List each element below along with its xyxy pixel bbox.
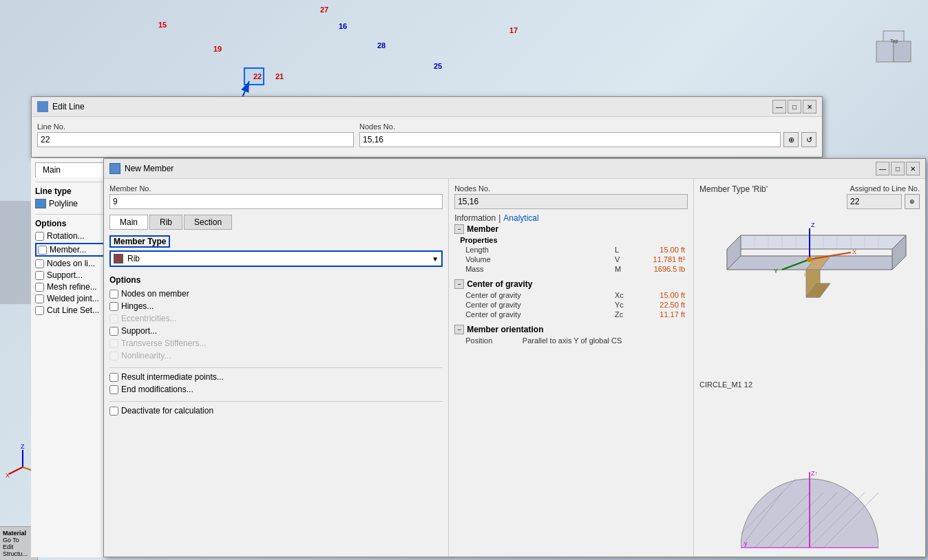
cog-section: − Center of gravity Center of gravity Xc… (454, 279, 688, 319)
material-label: Material (3, 530, 34, 537)
volume-row: Volume V 11.781 ft³ (454, 255, 688, 264)
nm-tab-section[interactable]: Section (184, 215, 232, 230)
cog-collapse-btn[interactable]: − (454, 279, 464, 289)
nodes-no-label: Nodes No. (359, 122, 816, 131)
info-header: Information | Analytical (454, 213, 688, 223)
edit-line-icon (37, 101, 48, 112)
nm-close[interactable]: ✕ (906, 162, 920, 175)
edit-line-body: Line No. Nodes No. ⊕ ↺ (32, 117, 822, 157)
member-no-input[interactable] (109, 194, 443, 209)
assigned-line-input[interactable] (847, 194, 902, 209)
cog-zc-letter: Zc (612, 310, 633, 319)
nm-eccentricities-checkbox (109, 314, 118, 323)
volume-name: Volume (454, 255, 612, 264)
rib-3d-svg: Z X Y i (699, 215, 920, 338)
nm-support-checkbox[interactable] (109, 327, 118, 336)
nm-nodes-checkbox[interactable] (109, 290, 118, 299)
orientation-header: − Member orientation (454, 325, 688, 334)
nm-support: Support... (109, 326, 443, 336)
nm-tab-rib[interactable]: Rib (149, 215, 182, 230)
nm-title-left: New Member (109, 163, 173, 174)
rotation-checkbox[interactable] (35, 232, 44, 241)
nm-options-header: Options (109, 275, 443, 285)
length-letter: L (612, 245, 633, 255)
nodes-no-input[interactable] (359, 132, 781, 147)
cog-zc-name: Center of gravity (454, 310, 612, 319)
nm-minimize[interactable]: — (876, 162, 889, 175)
support-checkbox[interactable] (35, 271, 44, 280)
line-no-label: Line No. (37, 122, 354, 131)
edit-line-maximize[interactable]: □ (788, 100, 801, 114)
nodes-select-btn[interactable]: ⊕ (783, 132, 799, 147)
go-to-label: Go To (3, 537, 34, 543)
cog-yc-value: 22.50 ft (633, 300, 688, 310)
struct-label: Structu... (3, 550, 34, 557)
nm-maximize[interactable]: □ (891, 162, 905, 175)
assigned-line-btn[interactable]: ⊕ (905, 194, 920, 209)
nm-left-col: Member No. Main Rib Section Member Type … (104, 179, 449, 557)
svg-text:Top: Top (890, 39, 898, 44)
nm-options-section: Options Nodes on member Hinges... Eccent… (109, 275, 443, 363)
nm-deactivate-label: Deactivate for calculation (121, 406, 213, 416)
member-no-label: Member No. (109, 184, 443, 193)
line-no-input[interactable] (37, 132, 354, 147)
nm-deactivate-checkbox[interactable] (109, 407, 118, 416)
mesh-refine-label: Mesh refine... (47, 282, 97, 292)
member-type-label: Member Type (109, 235, 170, 248)
member-type-rib-label: Member Type 'Rib' (699, 184, 768, 194)
node-19: 19 (213, 45, 222, 53)
nodes-no-row: ⊕ ↺ (359, 132, 816, 147)
member-checkbox[interactable] (38, 246, 47, 255)
member-section-title: Member (467, 224, 498, 234)
polyline-label: Polyline (49, 199, 78, 208)
orientation-section: − Member orientation Position Parallel t… (454, 325, 688, 345)
welded-joint-checkbox[interactable] (35, 294, 44, 303)
nm-controls[interactable]: — □ ✕ (876, 162, 920, 175)
svg-text:i: i (804, 271, 805, 278)
analytical-link[interactable]: Analytical (503, 213, 538, 223)
nm-nonlinearity-label: Nonlinearity... (121, 351, 171, 360)
position-value: Parallel to axis Y of global CS (520, 336, 688, 345)
nodes-reset-btn[interactable]: ↺ (801, 132, 816, 147)
support-label: Support... (47, 270, 83, 280)
orientation-collapse-btn[interactable]: − (454, 325, 464, 334)
nm-icon (109, 163, 120, 174)
nm-separator-2 (109, 401, 443, 402)
nm-result-label: Result intermediate points... (121, 372, 224, 382)
nm-hinges-label: Hinges... (121, 301, 154, 311)
nm-transverse-label: Transverse Stiffeners... (121, 338, 206, 348)
nm-titlebar: New Member — □ ✕ (104, 159, 925, 179)
nodes-no-group: Nodes No. ⊕ ↺ (359, 122, 816, 147)
cog-xc-row: Center of gravity Xc 15.00 ft (454, 290, 688, 300)
svg-point-49 (807, 257, 812, 262)
nodes-no-field-label: Nodes No. (454, 184, 688, 193)
member-collapse-btn[interactable]: − (454, 224, 464, 234)
edit-line-close[interactable]: ✕ (803, 100, 816, 114)
cog-table: Center of gravity Xc 15.00 ft Center of … (454, 290, 688, 319)
svg-text:Z↑: Z↑ (811, 470, 818, 477)
node-17: 17 (509, 26, 518, 34)
member-properties-table: Properties Length L 15.00 ft Volume V 11… (454, 235, 688, 274)
edit-line-dialog: Edit Line — □ ✕ Line No. Nodes No. ⊕ ↺ (31, 96, 823, 158)
nm-tab-main[interactable]: Main (109, 215, 148, 230)
mesh-refine-checkbox[interactable] (35, 283, 44, 292)
node-27: 27 (320, 6, 328, 14)
cut-line-checkbox[interactable] (35, 306, 44, 315)
svg-rect-19 (894, 41, 911, 62)
nodes-on-line-checkbox[interactable] (35, 259, 44, 268)
nm-hinges-checkbox[interactable] (109, 302, 118, 311)
edit-line-minimize[interactable]: — (772, 100, 786, 114)
nodes-no-field-input[interactable] (454, 194, 688, 209)
nm-end-mod-checkbox[interactable] (109, 385, 118, 394)
edit-line-controls[interactable]: — □ ✕ (772, 100, 816, 114)
mass-row: Mass M 1696.5 lb (454, 264, 688, 274)
rib-color-box (114, 254, 123, 263)
node-15: 15 (158, 21, 167, 29)
nm-middle-col: Nodes No. Information | Analytical − Mem… (449, 179, 694, 557)
cog-xc-value: 15.00 ft (633, 290, 688, 300)
nm-result-checkbox[interactable] (109, 373, 118, 382)
polyline-color (35, 199, 46, 208)
member-type-select[interactable]: Rib ▼ (109, 250, 443, 267)
nav-cube[interactable]: Top (873, 28, 914, 69)
assigned-line-group: Assigned to Line No. ⊕ (847, 184, 920, 209)
